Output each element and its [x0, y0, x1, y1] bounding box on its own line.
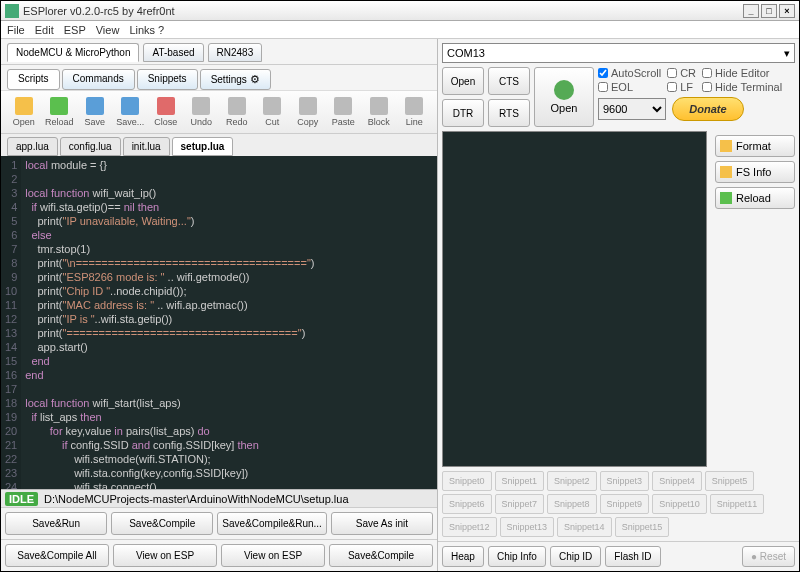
- snippet-button[interactable]: Snippet11: [710, 494, 765, 514]
- open-button[interactable]: Open: [442, 67, 484, 95]
- menu-file[interactable]: File: [7, 24, 25, 36]
- footer-button[interactable]: Chip Info: [488, 546, 546, 567]
- action-button[interactable]: Save&Compile: [111, 512, 213, 535]
- menu-edit[interactable]: Edit: [35, 24, 54, 36]
- snippet-button[interactable]: Snippet0: [442, 471, 492, 491]
- action-button[interactable]: View on ESP: [221, 544, 325, 567]
- sub-tab[interactable]: Commands: [62, 69, 135, 90]
- window-title: ESPlorer v0.2.0-rc5 by 4refr0nt: [23, 5, 743, 17]
- status-idle: IDLE: [5, 492, 38, 506]
- file-tab[interactable]: init.lua: [123, 137, 170, 156]
- line-icon: [405, 97, 423, 115]
- terminal-console[interactable]: [442, 131, 707, 467]
- maximize-button[interactable]: □: [761, 4, 777, 18]
- eol-check[interactable]: EOL: [598, 81, 661, 93]
- action-button[interactable]: Save As init: [331, 512, 433, 535]
- mode-tab[interactable]: RN2483: [208, 43, 263, 62]
- dropdown-icon: ▾: [784, 47, 790, 60]
- baud-select[interactable]: 9600: [598, 98, 666, 120]
- toolbar-open[interactable]: Open: [7, 95, 41, 129]
- toolbar-redo[interactable]: Redo: [220, 95, 254, 129]
- action-button[interactable]: Save&Compile&Run...: [217, 512, 327, 535]
- toolbar-undo[interactable]: Undo: [185, 95, 219, 129]
- file-tab[interactable]: config.lua: [60, 137, 121, 156]
- menu-esp[interactable]: ESP: [64, 24, 86, 36]
- snippet-button[interactable]: Snippet10: [652, 494, 707, 514]
- footer-button[interactable]: Flash ID: [605, 546, 660, 567]
- action-button[interactable]: View on ESP: [113, 544, 217, 567]
- side-fs-info[interactable]: FS Info: [715, 161, 795, 183]
- toolbar-reload[interactable]: Reload: [43, 95, 77, 129]
- rts-button[interactable]: RTS: [488, 99, 530, 127]
- side-reload[interactable]: Reload: [715, 187, 795, 209]
- toolbar-paste[interactable]: Paste: [327, 95, 361, 129]
- snippet-button[interactable]: Snippet14: [557, 517, 612, 537]
- hide-terminal-check[interactable]: Hide Terminal: [702, 81, 782, 93]
- port-select[interactable]: COM13▾: [442, 43, 795, 63]
- snippet-button[interactable]: Snippet5: [705, 471, 755, 491]
- open-icon: [15, 97, 33, 115]
- refresh-icon: [554, 80, 574, 100]
- action-button[interactable]: Save&Compile All: [5, 544, 109, 567]
- minimize-button[interactable]: _: [743, 4, 759, 18]
- snippet-button[interactable]: Snippet7: [495, 494, 545, 514]
- block-icon: [370, 97, 388, 115]
- sub-tab[interactable]: Scripts: [7, 69, 60, 90]
- footer-button[interactable]: Chip ID: [550, 546, 601, 567]
- paste-icon: [334, 97, 352, 115]
- action-button[interactable]: Save&Run: [5, 512, 107, 535]
- file-tab[interactable]: setup.lua: [172, 137, 234, 156]
- sub-tab[interactable]: Snippets: [137, 69, 198, 90]
- snippet-button[interactable]: Snippet4: [652, 471, 702, 491]
- close-icon: [157, 97, 175, 115]
- snippet-button[interactable]: Snippet6: [442, 494, 492, 514]
- dtr-button[interactable]: DTR: [442, 99, 484, 127]
- toolbar-block[interactable]: Block: [362, 95, 396, 129]
- reload-icon: [50, 97, 68, 115]
- snippet-button[interactable]: Snippet2: [547, 471, 597, 491]
- snippet-button[interactable]: Snippet1: [495, 471, 545, 491]
- right-panel: COM13▾ Open DTR CTS RTS Open AutoScroll …: [438, 39, 799, 571]
- left-panel: NodeMCU & MicroPythonAT-basedRN2483 Scri…: [1, 39, 438, 571]
- autoscroll-check[interactable]: AutoScroll: [598, 67, 661, 79]
- status-path: D:\NodeMCUProjects-master\ArduinoWithNod…: [44, 493, 348, 505]
- sub-tab[interactable]: Settings ⚙: [200, 69, 271, 90]
- open-big-button[interactable]: Open: [534, 67, 594, 127]
- menu-bar: File Edit ESP View Links ?: [1, 21, 799, 39]
- lf-check[interactable]: LF: [667, 81, 696, 93]
- snippet-button[interactable]: Snippet8: [547, 494, 597, 514]
- close-button[interactable]: ×: [779, 4, 795, 18]
- redo-icon: [228, 97, 246, 115]
- snippet-button[interactable]: Snippet9: [600, 494, 650, 514]
- cut-icon: [263, 97, 281, 115]
- reset-button[interactable]: ● Reset: [742, 546, 795, 567]
- snippet-button[interactable]: Snippet13: [500, 517, 555, 537]
- action-button[interactable]: Save&Compile: [329, 544, 433, 567]
- mode-tab[interactable]: NodeMCU & MicroPython: [7, 43, 139, 62]
- copy-icon: [299, 97, 317, 115]
- cr-check[interactable]: CR: [667, 67, 696, 79]
- cts-button[interactable]: CTS: [488, 67, 530, 95]
- toolbar-save...[interactable]: Save...: [114, 95, 148, 129]
- side-format[interactable]: Format: [715, 135, 795, 157]
- hide-editor-check[interactable]: Hide Editor: [702, 67, 782, 79]
- code-editor[interactable]: 1234567891011121314151617181920212223242…: [1, 156, 437, 489]
- toolbar-cut[interactable]: Cut: [256, 95, 290, 129]
- toolbar-close[interactable]: Close: [149, 95, 183, 129]
- donate-button[interactable]: Donate: [672, 97, 744, 121]
- snippet-button[interactable]: Snippet15: [615, 517, 670, 537]
- open-big-label: Open: [551, 102, 578, 114]
- snippet-button[interactable]: Snippet12: [442, 517, 497, 537]
- mode-tab[interactable]: AT-based: [143, 43, 203, 62]
- app-icon: [5, 4, 19, 18]
- toolbar-line[interactable]: Line: [398, 95, 432, 129]
- status-bar: IDLE D:\NodeMCUProjects-master\ArduinoWi…: [1, 489, 437, 507]
- snippet-button[interactable]: Snippet3: [600, 471, 650, 491]
- toolbar-copy[interactable]: Copy: [291, 95, 325, 129]
- file-tab[interactable]: app.lua: [7, 137, 58, 156]
- footer-button[interactable]: Heap: [442, 546, 484, 567]
- toolbar-save[interactable]: Save: [78, 95, 112, 129]
- save...-icon: [121, 97, 139, 115]
- menu-links[interactable]: Links ?: [129, 24, 164, 36]
- menu-view[interactable]: View: [96, 24, 120, 36]
